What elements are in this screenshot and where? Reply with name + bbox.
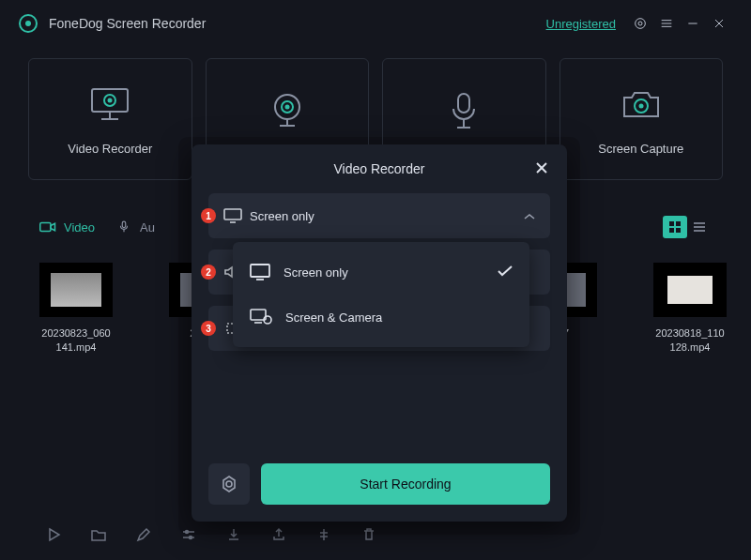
svg-point-20	[638, 103, 643, 108]
camera-icon	[619, 83, 664, 125]
tab-label: Video	[64, 220, 95, 235]
start-label: Start Recording	[360, 477, 451, 492]
svg-point-12	[108, 98, 113, 102]
step-badge-2: 2	[201, 265, 216, 280]
dropdown-option-screen-only[interactable]: Screen only	[233, 250, 529, 295]
monitor-small-icon	[223, 208, 242, 223]
microphone-icon	[447, 90, 481, 131]
logo-icon	[19, 14, 38, 33]
step-badge-1: 1	[201, 208, 216, 223]
mode-screen-capture[interactable]: Screen Capture	[559, 58, 724, 180]
svg-rect-24	[669, 221, 674, 226]
svg-point-15	[284, 105, 289, 110]
sliders-icon[interactable]	[180, 526, 197, 543]
grid-view-icon[interactable]	[663, 216, 687, 238]
svg-rect-16	[458, 94, 469, 113]
tab-label: Au	[140, 220, 155, 235]
list-view-icon[interactable]	[687, 216, 712, 238]
thumbnail	[653, 263, 727, 317]
modal-title: Video Recorder	[208, 161, 550, 176]
option-label: Screen only	[284, 265, 348, 280]
gallery-item[interactable]: 20230818_110128.mp4	[653, 263, 727, 356]
menu-icon[interactable]	[653, 10, 680, 37]
minimize-icon[interactable]	[680, 10, 706, 37]
source-selector[interactable]: 1 Screen only	[208, 193, 550, 238]
modal-actions: Start Recording	[208, 463, 550, 505]
mode-video-recorder[interactable]: Video Recorder	[28, 58, 192, 180]
file-name: 20230818_110128.mp4	[653, 326, 727, 356]
svg-rect-21	[40, 223, 51, 232]
svg-marker-46	[223, 477, 235, 492]
tab-audio[interactable]: Au	[115, 220, 155, 235]
mode-label: Screen Capture	[598, 142, 683, 156]
video-recorder-modal: Video Recorder 1 Screen only 2 3 Screen …	[192, 144, 567, 522]
svg-point-47	[226, 481, 232, 487]
svg-rect-27	[676, 228, 681, 233]
tab-video[interactable]: Video	[39, 220, 95, 235]
share-icon[interactable]	[270, 526, 287, 543]
unregistered-link[interactable]: Unregistered	[546, 17, 616, 31]
convert-icon[interactable]	[315, 526, 332, 543]
file-name: 20230823_060141.mp4	[39, 326, 113, 356]
monitor-icon	[86, 83, 133, 125]
dropdown-option-screen-camera[interactable]: Screen & Camera	[233, 295, 529, 340]
mode-label: Video Recorder	[68, 142, 152, 156]
svg-point-33	[186, 531, 189, 534]
svg-point-0	[636, 19, 646, 29]
check-icon	[498, 265, 513, 280]
start-recording-button[interactable]: Start Recording	[261, 463, 550, 505]
svg-rect-26	[669, 228, 674, 233]
edit-icon[interactable]	[135, 526, 152, 543]
webcam-icon	[267, 90, 308, 131]
source-dropdown: Screen only Screen & Camera	[233, 242, 529, 347]
download-icon[interactable]	[225, 526, 242, 543]
svg-point-1	[638, 22, 642, 25]
svg-rect-25	[676, 221, 681, 226]
svg-rect-38	[224, 209, 241, 219]
folder-icon[interactable]	[90, 526, 107, 543]
settings-icon[interactable]	[627, 10, 653, 37]
record-settings-icon[interactable]	[208, 463, 250, 505]
modal-close-icon[interactable]	[533, 159, 550, 176]
play-icon[interactable]	[45, 526, 62, 543]
view-toggle	[663, 216, 712, 238]
app-title: FoneDog Screen Recorder	[49, 16, 206, 31]
chevron-up-icon	[524, 207, 535, 224]
source-label: Screen only	[250, 209, 513, 223]
trash-icon[interactable]	[360, 526, 377, 543]
svg-point-34	[190, 537, 192, 539]
step-badge-3: 3	[201, 321, 216, 336]
gallery-item[interactable]: 20230823_060141.mp4	[39, 263, 113, 356]
close-icon[interactable]	[706, 10, 732, 37]
svg-rect-22	[122, 221, 126, 227]
svg-rect-41	[251, 265, 269, 277]
app-logo: FoneDog Screen Recorder	[19, 14, 206, 33]
title-bar: FoneDog Screen Recorder Unregistered	[0, 0, 751, 47]
option-label: Screen & Camera	[285, 310, 382, 325]
thumbnail	[39, 263, 113, 317]
